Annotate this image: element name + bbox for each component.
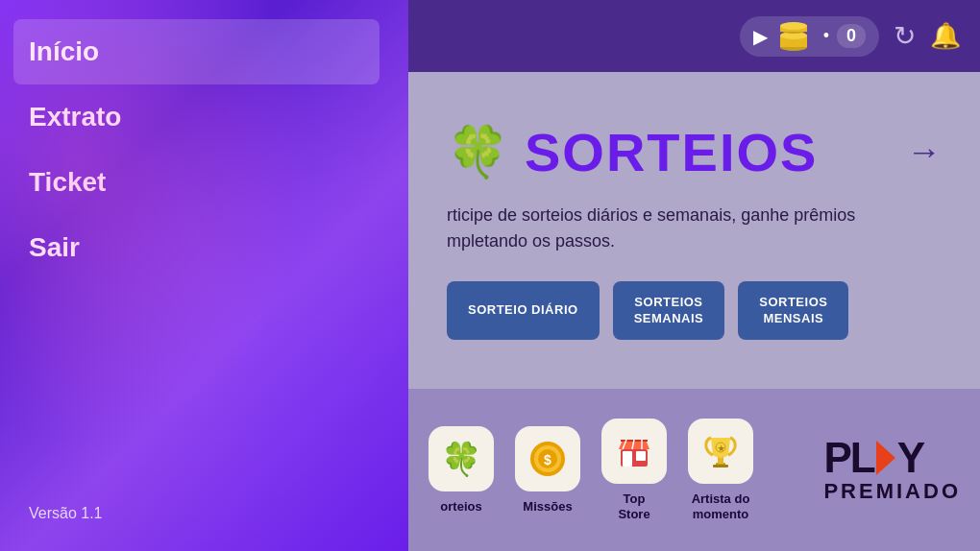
play-premiado-logo: PL Y PREMIADO [823, 437, 961, 504]
svg-text:$: $ [544, 452, 551, 467]
artista-label: Artista domomento [692, 491, 750, 521]
svg-rect-19 [718, 457, 723, 464]
svg-text:★: ★ [718, 444, 725, 453]
logo-arrow-icon [872, 437, 899, 479]
nav-item-missoes[interactable]: $ Missões [504, 417, 591, 524]
missoes-icon-wrapper: $ [515, 426, 580, 491]
sidebar-nav: Início Extrato Ticket Sair [29, 19, 380, 280]
banner-title-row: 🍀 SORTEIOS → [447, 121, 942, 183]
sorteios-icon: 🍀 [441, 440, 481, 478]
sidebar-item-extrato[interactable]: Extrato [29, 84, 380, 150]
missoes-label: Missões [523, 499, 572, 515]
nav-item-top-store[interactable]: TopStore [591, 409, 677, 531]
play-button[interactable]: ▶ [753, 25, 768, 48]
sidebar-item-sair[interactable]: Sair [29, 215, 380, 280]
sorteios-icon-wrapper: 🍀 [429, 426, 494, 491]
top-store-label: TopStore [618, 491, 649, 521]
banner-buttons: SORTEIO DIÁRIO SORTEIOSSEMANAIS SORTEIOS… [447, 281, 942, 341]
sidebar-item-inicio[interactable]: Início [13, 19, 380, 84]
notification-button[interactable]: 🔔 [930, 21, 961, 51]
bottom-nav: 🍀 orteios $ Missões [408, 389, 980, 551]
coins-widget: ▶ • 0 [740, 16, 879, 57]
svg-rect-18 [713, 465, 728, 467]
coins-count: 0 [837, 24, 866, 48]
clover-icon: 🍀 [447, 123, 509, 181]
svg-point-5 [780, 22, 807, 30]
svg-rect-11 [623, 451, 632, 467]
sorteios-banner: 🍀 SORTEIOS → rticipe de sorteios diários… [408, 72, 980, 389]
logo-y-text: Y [897, 437, 923, 479]
logo-play-row: PL Y [823, 437, 923, 479]
sidebar: Início Extrato Ticket Sair Versão 1.1 [0, 0, 408, 551]
svg-marker-22 [876, 441, 895, 475]
coins-separator: • [823, 26, 829, 46]
coin-stack-icon [775, 22, 812, 51]
artista-icon-wrapper: ★ [688, 419, 753, 484]
banner-title: SORTEIOS [525, 121, 818, 183]
top-store-icon [615, 432, 653, 470]
logo-pl-text: PL [823, 437, 873, 479]
nav-item-sorteios[interactable]: 🍀 orteios [418, 417, 504, 524]
logo-premiado-text: PREMIADO [823, 479, 961, 503]
sidebar-version: Versão 1.1 [29, 505, 380, 532]
sorteio-diario-button[interactable]: SORTEIO DIÁRIO [447, 281, 600, 341]
refresh-button[interactable]: ↻ [894, 20, 916, 52]
sorteios-mensais-button[interactable]: SORTEIOSMENSAIS [738, 281, 848, 341]
top-store-icon-wrapper [601, 419, 667, 484]
banner-description: rticipe de sorteios diários e semanais, … [447, 203, 942, 254]
nav-item-artista[interactable]: ★ Artista domomento [677, 409, 764, 531]
logo-premiado-row: PREMIADO [823, 479, 961, 504]
sorteios-label: orteios [440, 499, 481, 515]
sidebar-item-ticket[interactable]: Ticket [29, 150, 380, 215]
header: ▶ • 0 ↻ 🔔 [408, 0, 980, 72]
sorteios-semanais-button[interactable]: SORTEIOSSEMANAIS [613, 281, 725, 341]
artista-icon: ★ [701, 432, 740, 470]
banner-arrow[interactable]: → [907, 132, 942, 172]
missoes-icon: $ [528, 440, 567, 478]
svg-rect-12 [636, 451, 646, 461]
